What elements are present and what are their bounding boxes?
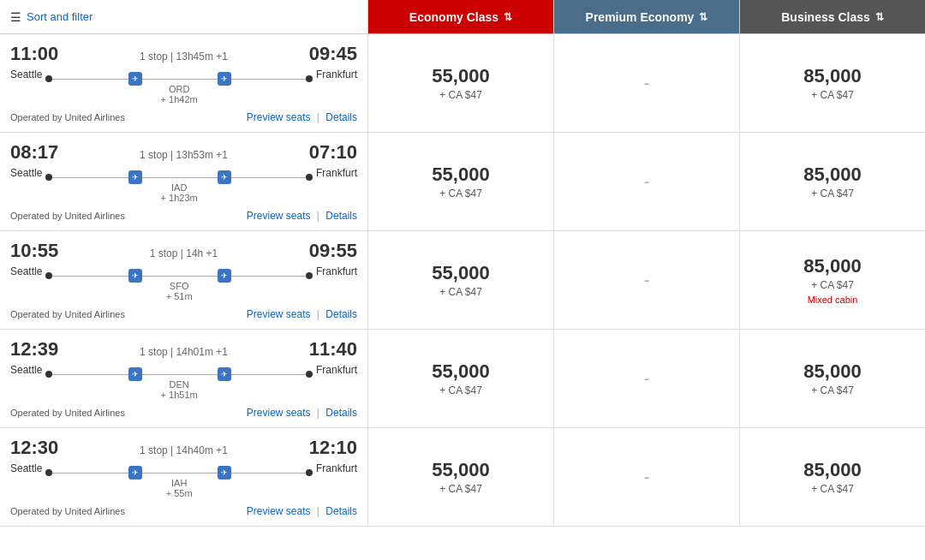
flights-container: 11:00 1 stop | 13h45m +1 09:45 Seattle ✈…: [0, 34, 925, 527]
route-line-0: ✈ ✈ ORD+ 1h42m: [45, 69, 313, 104]
economy-price-cell-2[interactable]: 55,000 + CA $47: [368, 231, 554, 329]
premium-price-cell-0[interactable]: -: [554, 34, 740, 132]
flight-times-2: 10:55 1 stop | 14h +1 09:55: [10, 240, 357, 262]
route-line-1: ✈ ✈ IAD+ 1h23m: [45, 167, 313, 203]
route-line-3: ✈ ✈ DEN+ 1h51m: [45, 364, 313, 400]
details-link-1[interactable]: Details: [325, 210, 357, 222]
dot-start-0: [45, 75, 52, 82]
dot-end-1: [306, 174, 313, 181]
arrive-time-0: 09:45: [309, 43, 357, 65]
arrive-time-1: 07:10: [309, 141, 357, 164]
preview-seats-link-0[interactable]: Preview seats: [247, 111, 311, 123]
business-price-cell-1[interactable]: 85,000 + CA $47: [740, 133, 925, 230]
depart-time-0: 11:00: [10, 43, 58, 65]
sort-icon: ☰: [10, 10, 21, 24]
route-line-4: ✈ ✈ IAH+ 55m: [45, 462, 313, 498]
depart-time-4: 12:30: [10, 437, 58, 459]
premium-economy-header[interactable]: Premium Economy ⇅: [554, 0, 740, 33]
from-city-2: Seattle: [10, 265, 42, 277]
economy-points-3: 55,000: [432, 360, 489, 383]
header-row: ☰ Sort and filter Economy Class ⇅ Premiu…: [0, 0, 925, 34]
flight-row: 08:17 1 stop | 13h53m +1 07:10 Seattle ✈…: [0, 133, 925, 231]
route-line-inner-0: ✈ ✈: [45, 75, 313, 82]
premium-dash-3: -: [644, 369, 650, 389]
flight-footer-3: Operated by United Airlines Preview seat…: [10, 407, 357, 419]
plane-icon-left-1: ✈: [128, 170, 142, 184]
flight-footer-4: Operated by United Airlines Preview seat…: [10, 505, 357, 517]
dot-start-2: [45, 272, 52, 279]
plane-icon-left-3: ✈: [128, 367, 142, 381]
premium-price-cell-4[interactable]: -: [554, 428, 740, 526]
business-cash-1: + CA $47: [811, 188, 854, 200]
premium-price-cell-2[interactable]: -: [554, 231, 740, 329]
flight-footer-0: Operated by United Airlines Preview seat…: [10, 111, 357, 123]
plane-icon-right-3: ✈: [218, 367, 231, 381]
to-city-4: Frankfurt: [316, 462, 357, 474]
flight-row: 12:30 1 stop | 14h40m +1 12:10 Seattle ✈…: [0, 428, 925, 527]
details-link-4[interactable]: Details: [325, 505, 357, 517]
preview-seats-link-1[interactable]: Preview seats: [247, 210, 311, 222]
operated-by-0: Operated by United Airlines: [10, 112, 125, 122]
details-link-2[interactable]: Details: [325, 308, 357, 320]
preview-seats-link-3[interactable]: Preview seats: [247, 407, 311, 419]
flight-links-1: Preview seats | Details: [247, 210, 357, 222]
route-container-0: Seattle ✈ ✈ ORD+ 1h42m Frankfurt: [10, 69, 357, 104]
business-cash-0: + CA $47: [811, 89, 854, 101]
business-class-header[interactable]: Business Class ⇅: [740, 0, 925, 33]
business-points-0: 85,000: [803, 65, 861, 87]
economy-price-cell-0[interactable]: 55,000 + CA $47: [368, 34, 554, 132]
economy-points-1: 55,000: [432, 164, 489, 186]
plane-icon-right-1: ✈: [218, 170, 231, 184]
premium-dash-1: -: [644, 172, 650, 192]
flight-info-4: 12:30 1 stop | 14h40m +1 12:10 Seattle ✈…: [0, 428, 368, 526]
flight-info-3: 12:39 1 stop | 14h01m +1 11:40 Seattle ✈…: [0, 330, 368, 427]
economy-price-cell-1[interactable]: 55,000 + CA $47: [368, 133, 554, 230]
business-price-cell-2[interactable]: 85,000 + CA $47 Mixed cabin: [740, 231, 925, 329]
dot-start-4: [45, 469, 52, 476]
flight-times-0: 11:00 1 stop | 13h45m +1 09:45: [10, 43, 357, 65]
flight-info-2: 10:55 1 stop | 14h +1 09:55 Seattle ✈ ✈: [0, 231, 368, 329]
plane-icon-right-2: ✈: [218, 269, 231, 283]
operated-by-3: Operated by United Airlines: [10, 408, 125, 418]
route-line-inner-4: ✈ ✈: [45, 469, 313, 476]
details-link-0[interactable]: Details: [325, 111, 357, 123]
flight-links-0: Preview seats | Details: [247, 111, 357, 123]
premium-dash-4: -: [644, 468, 650, 487]
business-cash-4: + CA $47: [811, 483, 854, 495]
premium-price-cell-3[interactable]: -: [554, 330, 740, 427]
dot-start-1: [45, 174, 52, 181]
business-price-cell-3[interactable]: 85,000 + CA $47: [740, 330, 925, 427]
details-link-3[interactable]: Details: [325, 407, 357, 419]
business-price-cell-4[interactable]: 85,000 + CA $47: [740, 428, 925, 526]
stop-info-2: 1 stop | 14h +1: [150, 247, 218, 259]
economy-price-cell-3[interactable]: 55,000 + CA $47: [368, 330, 554, 427]
economy-class-header[interactable]: Economy Class ⇅: [368, 0, 554, 33]
stop-city-4: IAH+ 55m: [166, 478, 193, 498]
flight-links-4: Preview seats | Details: [247, 505, 357, 517]
line-3: ✈ ✈: [52, 374, 306, 375]
preview-seats-link-4[interactable]: Preview seats: [247, 505, 311, 517]
preview-seats-link-2[interactable]: Preview seats: [247, 308, 311, 320]
economy-cash-4: + CA $47: [439, 483, 482, 495]
arrive-time-2: 09:55: [309, 240, 357, 262]
route-line-2: ✈ ✈ SFO+ 51m: [45, 265, 313, 301]
stop-info-3: 1 stop | 14h01m +1: [140, 346, 228, 358]
premium-price-cell-1[interactable]: -: [554, 133, 740, 230]
economy-cash-1: + CA $47: [439, 188, 482, 200]
sort-filter-header[interactable]: ☰ Sort and filter: [0, 0, 368, 33]
stop-info-4: 1 stop | 14h40m +1: [140, 444, 228, 456]
route-line-inner-1: ✈ ✈: [45, 174, 313, 181]
sort-label[interactable]: Sort and filter: [27, 10, 92, 23]
route-line-inner-2: ✈ ✈: [45, 272, 313, 279]
link-divider-4: |: [317, 505, 319, 517]
dot-end-4: [306, 469, 313, 476]
flight-links-3: Preview seats | Details: [247, 407, 357, 419]
route-container-1: Seattle ✈ ✈ IAD+ 1h23m Frankfurt: [10, 167, 357, 203]
economy-sort-arrow: ⇅: [504, 11, 512, 23]
economy-price-cell-4[interactable]: 55,000 + CA $47: [368, 428, 554, 526]
line-0: ✈ ✈: [52, 79, 306, 80]
business-cash-2: + CA $47: [811, 279, 854, 291]
from-city-4: Seattle: [10, 462, 42, 474]
business-price-cell-0[interactable]: 85,000 + CA $47: [740, 34, 925, 132]
flight-footer-1: Operated by United Airlines Preview seat…: [10, 210, 357, 222]
